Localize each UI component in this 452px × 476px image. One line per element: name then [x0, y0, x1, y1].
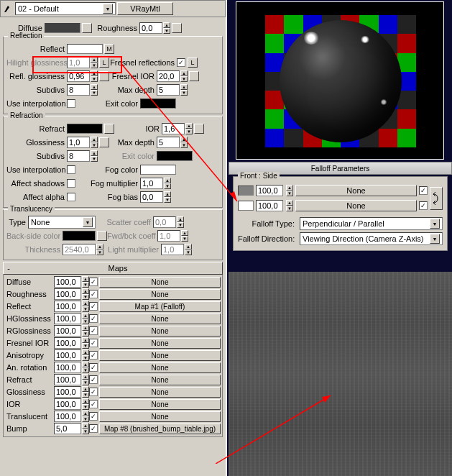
map-amount-spinner[interactable]: 100,0 — [54, 313, 81, 324]
maps-rollout-header[interactable]: - Maps — [3, 262, 223, 275]
side-swatch[interactable] — [238, 201, 254, 211]
fresnel-label: Fresnel reflections — [109, 58, 177, 67]
fresnel-check[interactable]: ✓ — [177, 58, 185, 67]
hilight-label: Hilight glossiness — [6, 58, 67, 67]
map-slot-button[interactable]: None — [99, 313, 221, 324]
exit-swatch[interactable] — [140, 99, 176, 109]
swap-button[interactable] — [430, 187, 443, 210]
side-map-button[interactable]: None — [295, 200, 417, 211]
material-editor-panel: 02 - Default ▼ VRayMtl Diffuse Roughness… — [0, 0, 227, 476]
map-row: Translucent100,0▲▼✓None — [5, 411, 221, 422]
map-enable-check[interactable]: ✓ — [89, 278, 98, 286]
map-slot-button[interactable]: None — [99, 362, 221, 373]
map-label: Anisotropy — [5, 351, 54, 360]
roughness-spinner[interactable]: 0,0 — [139, 22, 162, 34]
material-slot-label: 02 - Default — [18, 4, 59, 13]
fresnel-l-button[interactable]: L — [188, 58, 198, 68]
map-amount-spinner[interactable]: 100,0 — [54, 288, 81, 300]
swap-icon — [432, 190, 441, 207]
bump-texture-preview[interactable] — [229, 272, 452, 476]
map-row: RGlossiness100,0▲▼✓None — [5, 325, 221, 337]
map-amount-spinner[interactable]: 100,0 — [54, 301, 81, 312]
falloff-parameters: Front : Side 100,0 ▲▼ None ✓ 100,0 ▲▼ No… — [233, 176, 448, 251]
refr-exit-swatch[interactable] — [157, 151, 193, 161]
preview-sphere — [280, 20, 402, 142]
refr-interp-check[interactable] — [67, 165, 75, 174]
map-slot-button[interactable]: Map #1 (Falloff) — [99, 301, 221, 312]
map-slot-button[interactable]: None — [99, 350, 221, 361]
material-preview[interactable] — [236, 1, 444, 160]
hilight-spinner[interactable]: 1,0 — [67, 57, 90, 68]
reflect-swatch[interactable] — [67, 44, 103, 54]
fog-swatch[interactable] — [140, 165, 176, 175]
map-amount-spinner[interactable]: 100,0 — [54, 325, 81, 337]
fresnelior-spinner[interactable]: 20,0 — [157, 70, 180, 82]
map-enable-check[interactable]: ✓ — [89, 363, 98, 372]
material-type-button[interactable]: VRayMtl — [117, 2, 173, 15]
roughness-map-button[interactable] — [172, 23, 182, 33]
map-enable-check[interactable]: ✓ — [89, 375, 98, 384]
map-row: Anisotropy100,0▲▼✓None — [5, 349, 221, 361]
map-enable-check[interactable]: ✓ — [89, 290, 98, 298]
alpha-check[interactable] — [67, 193, 75, 201]
map-slot-button[interactable]: None — [99, 338, 221, 349]
map-amount-spinner[interactable]: 100,0 — [54, 276, 81, 288]
map-amount-spinner[interactable]: 100,0 — [54, 374, 81, 385]
l-button[interactable]: L — [99, 58, 109, 68]
map-enable-check[interactable]: ✓ — [89, 388, 98, 396]
maxdepth-spinner[interactable]: 5 — [157, 84, 180, 96]
map-amount-spinner[interactable]: 100,0 — [54, 349, 81, 361]
map-enable-check[interactable]: ✓ — [89, 302, 98, 311]
map-slot-button[interactable]: None — [99, 326, 221, 337]
interp-check[interactable] — [67, 99, 75, 108]
map-row: An. rotation100,0▲▼✓None — [5, 362, 221, 373]
reflect-map-button[interactable]: M — [104, 44, 114, 54]
map-slot-button[interactable]: None — [99, 399, 221, 410]
map-amount-spinner[interactable]: 100,0 — [54, 362, 81, 373]
map-amount-spinner[interactable]: 100,0 — [54, 337, 81, 349]
material-slot-dropdown[interactable]: 02 - Default ▼ — [15, 2, 116, 15]
side-map-check[interactable]: ✓ — [419, 201, 428, 210]
reflect-label: Reflect — [6, 45, 67, 53]
map-enable-check[interactable]: ✓ — [89, 339, 98, 347]
map-label: RGlossiness — [5, 326, 54, 335]
shadows-check[interactable] — [67, 179, 75, 188]
map-enable-check[interactable]: ✓ — [89, 424, 98, 433]
reflgloss-spinner[interactable]: 0,96 — [67, 70, 90, 82]
map-slot-button[interactable]: None — [99, 289, 221, 300]
map-enable-check[interactable]: ✓ — [89, 351, 98, 360]
refract-swatch[interactable] — [67, 124, 103, 134]
map-amount-spinner[interactable]: 100,0 — [54, 386, 81, 398]
map-label: Refract — [5, 375, 54, 384]
map-slot-button[interactable]: Map #8 (brushed_bump_tiable.jpg) — [99, 424, 221, 434]
map-enable-check[interactable]: ✓ — [89, 314, 98, 323]
pick-icon[interactable] — [2, 3, 14, 14]
diffuse-swatch[interactable] — [45, 23, 80, 33]
map-enable-check[interactable]: ✓ — [89, 412, 98, 421]
refraction-group: Refraction Refract IOR 1,6 ▲▼ Glossiness… — [3, 116, 223, 208]
map-slot-button[interactable]: None — [99, 277, 221, 288]
map-slot-button[interactable]: None — [99, 411, 221, 422]
falloff-type-dropdown[interactable]: Perpendicular / Parallel ▼ — [300, 217, 443, 230]
map-row: Roughness100,0▲▼✓None — [5, 288, 221, 300]
diffuse-map-button[interactable] — [82, 23, 92, 33]
map-amount-spinner[interactable]: 100,0 — [54, 411, 81, 422]
front-map-button[interactable]: None — [295, 185, 417, 196]
reflgloss-map-button[interactable] — [99, 71, 109, 81]
subdivs-spinner[interactable]: 8 — [67, 84, 90, 96]
transl-type-dropdown[interactable]: None ▼ — [28, 216, 96, 229]
map-row: Bump5,0▲▼✓Map #8 (brushed_bump_tiable.jp… — [5, 423, 221, 434]
map-amount-spinner[interactable]: 100,0 — [54, 398, 81, 410]
map-enable-check[interactable]: ✓ — [89, 400, 98, 408]
front-swatch[interactable] — [238, 186, 254, 196]
map-amount-spinner[interactable]: 5,0 — [54, 423, 81, 434]
front-map-check[interactable]: ✓ — [419, 186, 428, 195]
back-swatch[interactable] — [63, 231, 96, 241]
map-slot-button[interactable]: None — [99, 375, 221, 385]
map-slot-button[interactable]: None — [99, 387, 221, 398]
roughness-spinner-buttons[interactable]: ▲▼ — [163, 22, 170, 34]
falloff-dir-dropdown[interactable]: Viewing Direction (Camera Z-Axis) ▼ — [300, 232, 443, 245]
map-row: Reflect100,0▲▼✓Map #1 (Falloff) — [5, 301, 221, 312]
map-label: Glossiness — [5, 388, 54, 396]
map-enable-check[interactable]: ✓ — [89, 326, 98, 335]
